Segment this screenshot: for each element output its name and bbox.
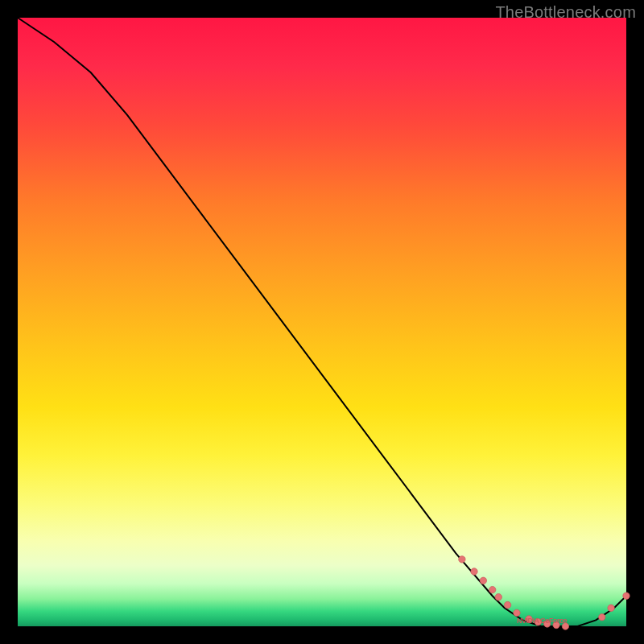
scatter-dot	[489, 586, 495, 592]
scatter-dot	[623, 592, 630, 599]
chart-svg: NVIDIA GeForce	[18, 18, 626, 626]
scatter-dot	[471, 568, 477, 575]
bottleneck-curve	[18, 18, 626, 626]
scatter-dot	[608, 605, 614, 611]
valley-label: NVIDIA GeForce	[517, 617, 568, 625]
plot-area: NVIDIA GeForce	[18, 18, 626, 626]
scatter-dot	[480, 577, 486, 584]
scatter-dot	[599, 613, 605, 620]
scatter-dot	[504, 601, 510, 608]
scatter-dot	[514, 609, 520, 616]
scatter-dot	[459, 556, 465, 563]
scatter-dot	[495, 594, 502, 601]
chart-frame: TheBottleneck.com NVIDIA GeForce	[0, 0, 644, 644]
watermark-text: TheBottleneck.com	[495, 3, 636, 22]
